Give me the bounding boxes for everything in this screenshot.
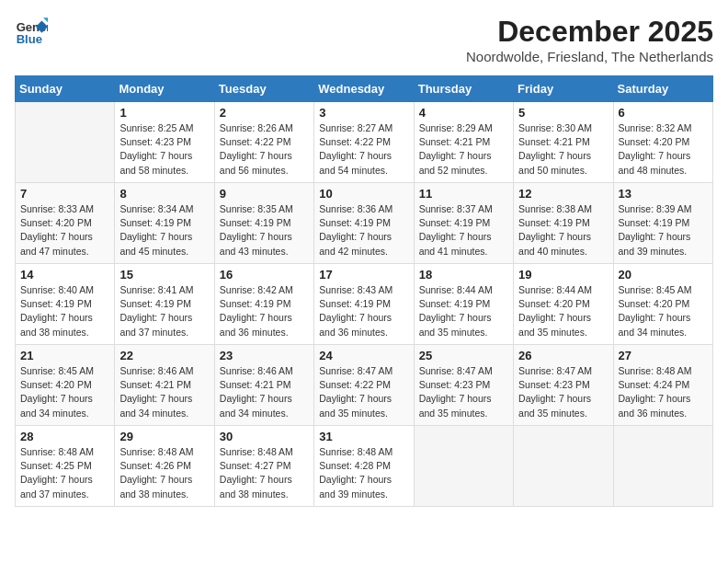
calendar-cell: 28Sunrise: 8:48 AMSunset: 4:25 PMDayligh…: [16, 426, 115, 507]
weekday-header-friday: Friday: [514, 76, 613, 102]
day-info: Sunrise: 8:30 AMSunset: 4:21 PMDaylight:…: [518, 121, 608, 178]
day-info: Sunrise: 8:35 AMSunset: 4:19 PMDaylight:…: [220, 202, 309, 259]
day-number: 19: [518, 268, 608, 282]
day-number: 18: [419, 268, 508, 282]
day-info: Sunrise: 8:46 AMSunset: 4:21 PMDaylight:…: [220, 364, 309, 420]
calendar-cell: 24Sunrise: 8:47 AMSunset: 4:22 PMDayligh…: [314, 345, 414, 426]
day-number: 23: [220, 349, 309, 362]
calendar-cell: 15Sunrise: 8:41 AMSunset: 4:19 PMDayligh…: [115, 264, 214, 345]
day-number: 29: [119, 430, 209, 443]
day-number: 17: [319, 268, 408, 282]
day-info: Sunrise: 8:41 AMSunset: 4:19 PMDaylight:…: [119, 283, 209, 339]
day-info: Sunrise: 8:48 AMSunset: 4:24 PMDaylight:…: [619, 364, 708, 420]
calendar-week-2: 7Sunrise: 8:33 AMSunset: 4:20 PMDaylight…: [16, 183, 713, 264]
day-number: 30: [220, 430, 309, 443]
day-number: 2: [220, 106, 309, 120]
day-number: 15: [119, 268, 209, 282]
calendar-cell: 30Sunrise: 8:48 AMSunset: 4:27 PMDayligh…: [214, 426, 313, 507]
calendar-cell: 19Sunrise: 8:44 AMSunset: 4:20 PMDayligh…: [514, 264, 613, 345]
calendar-cell: 21Sunrise: 8:45 AMSunset: 4:20 PMDayligh…: [16, 345, 115, 426]
svg-text:Blue: Blue: [17, 32, 42, 46]
logo-icon: General Blue: [15, 15, 48, 48]
day-info: Sunrise: 8:32 AMSunset: 4:20 PMDaylight:…: [619, 121, 708, 178]
weekday-header-sunday: Sunday: [16, 76, 115, 102]
calendar-cell: 17Sunrise: 8:43 AMSunset: 4:19 PMDayligh…: [314, 264, 414, 345]
calendar-table: SundayMondayTuesdayWednesdayThursdayFrid…: [15, 75, 713, 507]
day-number: 11: [419, 187, 508, 201]
day-info: Sunrise: 8:45 AMSunset: 4:20 PMDaylight:…: [20, 364, 109, 420]
day-info: Sunrise: 8:27 AMSunset: 4:22 PMDaylight:…: [319, 121, 408, 178]
calendar-cell: 2Sunrise: 8:26 AMSunset: 4:22 PMDaylight…: [214, 102, 313, 183]
day-info: Sunrise: 8:42 AMSunset: 4:19 PMDaylight:…: [220, 283, 309, 339]
day-number: 24: [319, 349, 408, 362]
weekday-header-tuesday: Tuesday: [214, 76, 313, 102]
day-info: Sunrise: 8:36 AMSunset: 4:19 PMDaylight:…: [319, 202, 408, 259]
calendar-cell: 12Sunrise: 8:38 AMSunset: 4:19 PMDayligh…: [514, 183, 613, 264]
logo: General Blue: [15, 15, 48, 48]
calendar-cell: 13Sunrise: 8:39 AMSunset: 4:19 PMDayligh…: [613, 183, 712, 264]
day-number: 9: [220, 187, 309, 201]
calendar-cell: 18Sunrise: 8:44 AMSunset: 4:19 PMDayligh…: [414, 264, 513, 345]
day-info: Sunrise: 8:47 AMSunset: 4:22 PMDaylight:…: [319, 364, 408, 420]
day-number: 31: [319, 430, 408, 443]
day-number: 10: [319, 187, 408, 201]
weekday-header-monday: Monday: [115, 76, 214, 102]
weekday-header-thursday: Thursday: [414, 76, 513, 102]
day-info: Sunrise: 8:48 AMSunset: 4:26 PMDaylight:…: [119, 445, 209, 501]
calendar-cell: 7Sunrise: 8:33 AMSunset: 4:20 PMDaylight…: [16, 183, 115, 264]
day-info: Sunrise: 8:47 AMSunset: 4:23 PMDaylight:…: [419, 364, 508, 420]
calendar-cell: 1Sunrise: 8:25 AMSunset: 4:23 PMDaylight…: [115, 102, 214, 183]
calendar-cell: 10Sunrise: 8:36 AMSunset: 4:19 PMDayligh…: [314, 183, 414, 264]
day-info: Sunrise: 8:46 AMSunset: 4:21 PMDaylight:…: [119, 364, 209, 420]
calendar-week-3: 14Sunrise: 8:40 AMSunset: 4:19 PMDayligh…: [16, 264, 713, 345]
day-info: Sunrise: 8:45 AMSunset: 4:20 PMDaylight:…: [619, 283, 708, 339]
calendar-cell: 6Sunrise: 8:32 AMSunset: 4:20 PMDaylight…: [613, 102, 712, 183]
day-info: Sunrise: 8:29 AMSunset: 4:21 PMDaylight:…: [419, 121, 508, 178]
day-number: 7: [20, 187, 109, 201]
calendar-cell: 23Sunrise: 8:46 AMSunset: 4:21 PMDayligh…: [214, 345, 313, 426]
calendar-cell: 8Sunrise: 8:34 AMSunset: 4:19 PMDaylight…: [115, 183, 214, 264]
weekday-header-wednesday: Wednesday: [314, 76, 414, 102]
day-number: 3: [319, 106, 408, 120]
day-info: Sunrise: 8:26 AMSunset: 4:22 PMDaylight:…: [220, 121, 309, 178]
day-info: Sunrise: 8:44 AMSunset: 4:19 PMDaylight:…: [419, 283, 508, 339]
day-number: 26: [518, 349, 608, 362]
calendar-week-1: 1Sunrise: 8:25 AMSunset: 4:23 PMDaylight…: [16, 102, 713, 183]
day-info: Sunrise: 8:38 AMSunset: 4:19 PMDaylight:…: [518, 202, 608, 259]
calendar-cell: [613, 426, 712, 507]
day-info: Sunrise: 8:48 AMSunset: 4:25 PMDaylight:…: [20, 445, 109, 501]
day-number: 27: [619, 349, 708, 362]
day-info: Sunrise: 8:43 AMSunset: 4:19 PMDaylight:…: [319, 283, 408, 339]
day-number: 28: [20, 430, 109, 443]
calendar-cell: 29Sunrise: 8:48 AMSunset: 4:26 PMDayligh…: [115, 426, 214, 507]
calendar-cell: 5Sunrise: 8:30 AMSunset: 4:21 PMDaylight…: [514, 102, 613, 183]
day-info: Sunrise: 8:25 AMSunset: 4:23 PMDaylight:…: [119, 121, 209, 178]
calendar-cell: [414, 426, 513, 507]
day-info: Sunrise: 8:34 AMSunset: 4:19 PMDaylight:…: [119, 202, 209, 259]
day-number: 16: [220, 268, 309, 282]
day-info: Sunrise: 8:48 AMSunset: 4:27 PMDaylight:…: [220, 445, 309, 501]
title-block: December 2025 Noordwolde, Friesland, The…: [466, 15, 713, 64]
calendar-cell: 27Sunrise: 8:48 AMSunset: 4:24 PMDayligh…: [613, 345, 712, 426]
calendar-cell: [514, 426, 613, 507]
calendar-week-4: 21Sunrise: 8:45 AMSunset: 4:20 PMDayligh…: [16, 345, 713, 426]
calendar-cell: 26Sunrise: 8:47 AMSunset: 4:23 PMDayligh…: [514, 345, 613, 426]
day-info: Sunrise: 8:47 AMSunset: 4:23 PMDaylight:…: [518, 364, 608, 420]
day-info: Sunrise: 8:48 AMSunset: 4:28 PMDaylight:…: [319, 445, 408, 501]
calendar-cell: 20Sunrise: 8:45 AMSunset: 4:20 PMDayligh…: [613, 264, 712, 345]
calendar-cell: 22Sunrise: 8:46 AMSunset: 4:21 PMDayligh…: [115, 345, 214, 426]
day-number: 5: [518, 106, 608, 120]
day-number: 14: [20, 268, 109, 282]
calendar-cell: 3Sunrise: 8:27 AMSunset: 4:22 PMDaylight…: [314, 102, 414, 183]
day-number: 6: [619, 106, 708, 120]
calendar-cell: [16, 102, 115, 183]
day-number: 20: [619, 268, 708, 282]
day-number: 8: [119, 187, 209, 201]
calendar-cell: 4Sunrise: 8:29 AMSunset: 4:21 PMDaylight…: [414, 102, 513, 183]
day-number: 4: [419, 106, 508, 120]
day-info: Sunrise: 8:44 AMSunset: 4:20 PMDaylight:…: [518, 283, 608, 339]
day-info: Sunrise: 8:40 AMSunset: 4:19 PMDaylight:…: [20, 283, 109, 339]
calendar-cell: 11Sunrise: 8:37 AMSunset: 4:19 PMDayligh…: [414, 183, 513, 264]
calendar-cell: 25Sunrise: 8:47 AMSunset: 4:23 PMDayligh…: [414, 345, 513, 426]
calendar-cell: 31Sunrise: 8:48 AMSunset: 4:28 PMDayligh…: [314, 426, 414, 507]
